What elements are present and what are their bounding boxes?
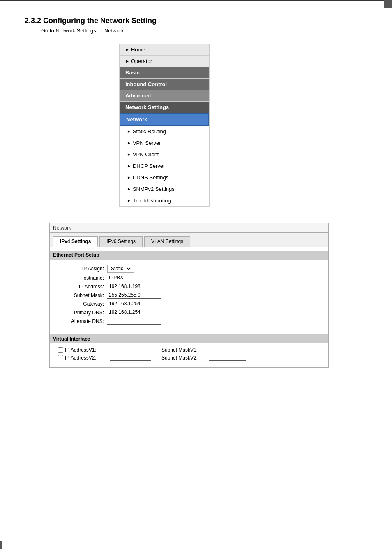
alternate-dns-input[interactable] [107,318,161,325]
ip-assign-value[interactable]: Static DHCP [107,265,134,273]
ip-assign-select[interactable]: Static DHCP [109,265,132,272]
tab-vlan[interactable]: VLAN Settings [144,236,190,247]
primary-dns-label: Primary DNS: [58,310,107,316]
arrow-icon: ► [127,152,131,157]
subnet-mask-input[interactable] [107,292,161,299]
nav-item-ddns-settings[interactable]: ► DDNS Settings [120,172,209,183]
subnet-mask-row: Subnet Mask: [58,292,320,299]
arrow-icon: → [97,28,104,34]
ethernet-port-setup-form: IP Assign: Static DHCP Hostname: [50,260,328,331]
subnet-mask-label: Subnet Mask: [58,292,107,298]
subnet-v2-input[interactable] [209,355,246,361]
section-subtitle: Go to Network Settings → Network [25,28,367,34]
nav-item-advanced[interactable]: Advanced [120,90,209,102]
arrow-icon: ► [127,164,131,168]
arrow-icon: ► [127,141,131,145]
tabs-row: IPv4 Settings IPv6 Settings VLAN Setting… [50,233,328,247]
vi-row-2: IP AddressV2: Subnet MaskV2: [58,355,320,361]
nav-item-static-routing[interactable]: ► Static Routing [120,126,209,137]
alternate-dns-row: Alternate DNS: [58,318,320,325]
virtual-interface-bar: Virtual Interface [50,334,328,343]
gateway-label: Gateway: [58,301,107,307]
nav-item-network-settings[interactable]: Network Settings [120,102,209,113]
nav-item-snmpv2-settings[interactable]: ► SNMPv2 Settings [120,183,209,195]
gateway-row: Gateway: [58,300,320,307]
arrow-icon: ► [125,59,129,63]
arrow-icon: ► [127,198,131,203]
ip-v2-checkbox[interactable] [58,355,63,360]
ip-address-input[interactable] [107,283,161,290]
hostname-input[interactable] [107,274,161,281]
ethernet-port-setup-bar: Ethernet Port Setup [50,251,328,260]
tab-ipv6[interactable]: IPv6 Settings [99,236,143,247]
bottom-line-decoration [2,545,52,545]
ip-v2-label[interactable]: IP AddressV2: [58,355,107,361]
ip-assign-row: IP Assign: Static DHCP [58,265,320,273]
ip-v1-input[interactable] [110,347,151,353]
gateway-input[interactable] [107,300,161,307]
nav-item-home[interactable]: ► Home [120,44,209,56]
vi-row-1: IP AddressV1: Subnet MaskV1: [58,347,320,353]
subnet-v1-label: Subnet MaskV1: [161,347,207,353]
nav-menu: ► Home ► Operator Basic Inbound Control … [119,44,210,207]
ip-address-row: IP Address: [58,283,320,290]
hostname-label: Hostname: [58,275,107,281]
ip-v1-label[interactable]: IP AddressV1: [58,347,107,353]
section-heading: 2.3.2 Configuring the Network Setting [25,16,367,25]
section-title: 2.3.2 Configuring the Network Setting [25,16,157,25]
primary-dns-row: Primary DNS: [58,309,320,316]
corner-decoration [384,0,392,8]
ip-assign-label: IP Assign: [58,266,107,272]
subnet-v2-label: Subnet MaskV2: [161,355,207,361]
tab-ipv4[interactable]: IPv4 Settings [53,236,98,247]
primary-dns-input[interactable] [107,309,161,316]
ip-address-label: IP Address: [58,284,107,290]
arrow-icon: ► [125,47,129,52]
nav-item-operator[interactable]: ► Operator [120,56,209,67]
alternate-dns-label: Alternate DNS: [58,318,107,324]
subnet-v1-input[interactable] [209,347,246,353]
virtual-interface-form: IP AddressV1: Subnet MaskV1: IP AddressV… [50,343,328,367]
arrow-icon: ► [127,187,131,191]
network-panel: Network IPv4 Settings IPv6 Settings VLAN… [49,223,329,368]
nav-item-network[interactable]: Network [120,113,209,126]
hostname-row: Hostname: [58,274,320,281]
nav-item-vpn-client[interactable]: ► VPN Client [120,149,209,160]
nav-item-troubleshooting[interactable]: ► Troubleshooting [120,195,209,206]
arrow-icon: ► [127,129,131,134]
nav-item-basic[interactable]: Basic [120,67,209,79]
ip-v1-checkbox[interactable] [58,347,63,353]
network-panel-title: Network [50,223,328,233]
ip-v2-input[interactable] [110,355,151,361]
nav-item-vpn-server[interactable]: ► VPN Server [120,137,209,149]
nav-item-inbound-control[interactable]: Inbound Control [120,79,209,90]
arrow-icon: ► [127,175,131,180]
nav-item-dhcp-server[interactable]: ► DHCP Server [120,160,209,172]
top-border [0,0,392,1]
